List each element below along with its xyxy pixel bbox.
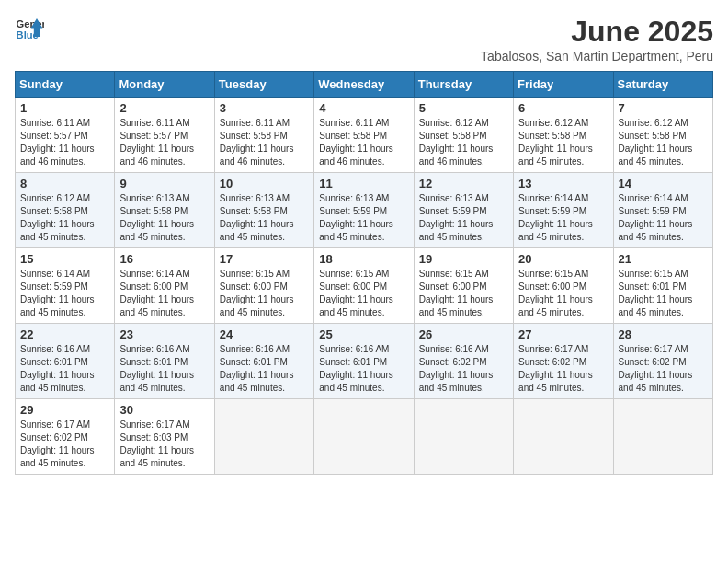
day-info: Sunrise: 6:13 AM Sunset: 5:58 PM Dayligh…	[220, 192, 309, 244]
day-number: 12	[419, 177, 508, 190]
day-info: Sunrise: 6:11 AM Sunset: 5:57 PM Dayligh…	[119, 117, 209, 168]
day-cell: 14Sunrise: 6:14 AM Sunset: 5:59 PM Dayli…	[613, 173, 712, 248]
header-thursday: Thursday	[414, 72, 513, 98]
calendar-title: June 2025	[481, 15, 713, 49]
day-info: Sunrise: 6:16 AM Sunset: 6:01 PM Dayligh…	[20, 343, 109, 395]
day-cell: 27Sunrise: 6:17 AM Sunset: 6:02 PM Dayli…	[514, 324, 613, 399]
day-number: 26	[419, 327, 508, 341]
day-number: 18	[319, 252, 408, 266]
header-row: SundayMondayTuesdayWednesdayThursdayFrid…	[16, 72, 713, 98]
header-sunday: Sunday	[16, 72, 115, 98]
day-info: Sunrise: 6:17 AM Sunset: 6:02 PM Dayligh…	[619, 343, 708, 395]
day-cell: 13Sunrise: 6:14 AM Sunset: 5:59 PM Dayli…	[514, 173, 613, 248]
day-number: 17	[220, 252, 309, 266]
page-header: General Blue June 2025 Tabalosos, San Ma…	[15, 15, 713, 63]
day-cell: 29Sunrise: 6:17 AM Sunset: 6:02 PM Dayli…	[16, 399, 115, 475]
day-number: 14	[619, 177, 708, 190]
day-info: Sunrise: 6:12 AM Sunset: 5:58 PM Dayligh…	[619, 117, 708, 168]
logo: General Blue	[15, 15, 44, 44]
day-number: 20	[518, 252, 608, 266]
day-cell: 7Sunrise: 6:12 AM Sunset: 5:58 PM Daylig…	[613, 98, 712, 173]
day-info: Sunrise: 6:14 AM Sunset: 6:00 PM Dayligh…	[119, 268, 209, 319]
day-number: 23	[119, 327, 209, 341]
day-number: 13	[518, 177, 608, 190]
day-info: Sunrise: 6:12 AM Sunset: 5:58 PM Dayligh…	[20, 192, 109, 244]
header-saturday: Saturday	[613, 72, 712, 98]
day-cell: 12Sunrise: 6:13 AM Sunset: 5:59 PM Dayli…	[414, 173, 513, 248]
week-row-2: 8Sunrise: 6:12 AM Sunset: 5:58 PM Daylig…	[16, 173, 713, 248]
day-cell: 25Sunrise: 6:16 AM Sunset: 6:01 PM Dayli…	[314, 324, 414, 399]
day-number: 21	[619, 252, 708, 266]
day-cell: 20Sunrise: 6:15 AM Sunset: 6:00 PM Dayli…	[514, 248, 613, 324]
day-number: 8	[20, 177, 109, 190]
day-cell	[613, 399, 712, 475]
day-info: Sunrise: 6:12 AM Sunset: 5:58 PM Dayligh…	[518, 117, 608, 168]
day-info: Sunrise: 6:12 AM Sunset: 5:58 PM Dayligh…	[419, 117, 508, 168]
day-cell: 9Sunrise: 6:13 AM Sunset: 5:58 PM Daylig…	[115, 173, 214, 248]
day-info: Sunrise: 6:16 AM Sunset: 6:01 PM Dayligh…	[220, 343, 309, 395]
day-number: 28	[619, 327, 708, 341]
day-number: 16	[119, 252, 209, 266]
day-cell: 6Sunrise: 6:12 AM Sunset: 5:58 PM Daylig…	[514, 98, 613, 173]
day-cell: 8Sunrise: 6:12 AM Sunset: 5:58 PM Daylig…	[16, 173, 115, 248]
day-cell: 23Sunrise: 6:16 AM Sunset: 6:01 PM Dayli…	[115, 324, 214, 399]
calendar-subtitle: Tabalosos, San Martin Department, Peru	[481, 49, 713, 63]
calendar-table: SundayMondayTuesdayWednesdayThursdayFrid…	[15, 71, 713, 475]
day-cell: 15Sunrise: 6:14 AM Sunset: 5:59 PM Dayli…	[16, 248, 115, 324]
header-monday: Monday	[115, 72, 214, 98]
day-number: 3	[220, 101, 309, 115]
day-info: Sunrise: 6:11 AM Sunset: 5:58 PM Dayligh…	[319, 117, 408, 168]
day-number: 1	[20, 101, 109, 115]
day-number: 30	[119, 403, 209, 417]
day-number: 15	[20, 252, 109, 266]
day-info: Sunrise: 6:11 AM Sunset: 5:58 PM Dayligh…	[220, 117, 309, 168]
day-cell: 21Sunrise: 6:15 AM Sunset: 6:01 PM Dayli…	[613, 248, 712, 324]
day-info: Sunrise: 6:14 AM Sunset: 5:59 PM Dayligh…	[518, 192, 608, 244]
day-cell: 1Sunrise: 6:11 AM Sunset: 5:57 PM Daylig…	[16, 98, 115, 173]
day-number: 29	[20, 403, 109, 417]
day-info: Sunrise: 6:15 AM Sunset: 6:00 PM Dayligh…	[419, 268, 508, 319]
day-number: 4	[319, 101, 408, 115]
day-info: Sunrise: 6:13 AM Sunset: 5:59 PM Dayligh…	[419, 192, 508, 244]
day-cell: 2Sunrise: 6:11 AM Sunset: 5:57 PM Daylig…	[115, 98, 214, 173]
day-cell: 11Sunrise: 6:13 AM Sunset: 5:59 PM Dayli…	[314, 173, 414, 248]
day-cell: 26Sunrise: 6:16 AM Sunset: 6:02 PM Dayli…	[414, 324, 513, 399]
day-cell	[514, 399, 613, 475]
day-info: Sunrise: 6:16 AM Sunset: 6:02 PM Dayligh…	[419, 343, 508, 395]
header-tuesday: Tuesday	[214, 72, 313, 98]
day-info: Sunrise: 6:17 AM Sunset: 6:03 PM Dayligh…	[119, 419, 209, 470]
day-info: Sunrise: 6:13 AM Sunset: 5:59 PM Dayligh…	[319, 192, 408, 244]
day-cell: 18Sunrise: 6:15 AM Sunset: 6:00 PM Dayli…	[314, 248, 414, 324]
day-info: Sunrise: 6:15 AM Sunset: 6:01 PM Dayligh…	[619, 268, 708, 319]
logo-icon: General Blue	[15, 15, 44, 44]
day-info: Sunrise: 6:16 AM Sunset: 6:01 PM Dayligh…	[319, 343, 408, 395]
day-cell: 17Sunrise: 6:15 AM Sunset: 6:00 PM Dayli…	[214, 248, 313, 324]
day-info: Sunrise: 6:17 AM Sunset: 6:02 PM Dayligh…	[518, 343, 608, 395]
day-info: Sunrise: 6:15 AM Sunset: 6:00 PM Dayligh…	[518, 268, 608, 319]
day-number: 10	[220, 177, 309, 190]
day-number: 24	[220, 327, 309, 341]
header-friday: Friday	[514, 72, 613, 98]
day-cell	[414, 399, 513, 475]
day-cell: 30Sunrise: 6:17 AM Sunset: 6:03 PM Dayli…	[115, 399, 214, 475]
day-number: 11	[319, 177, 408, 190]
week-row-3: 15Sunrise: 6:14 AM Sunset: 5:59 PM Dayli…	[16, 248, 713, 324]
day-cell	[314, 399, 414, 475]
day-cell: 3Sunrise: 6:11 AM Sunset: 5:58 PM Daylig…	[214, 98, 313, 173]
day-info: Sunrise: 6:14 AM Sunset: 5:59 PM Dayligh…	[20, 268, 109, 319]
day-number: 25	[319, 327, 408, 341]
day-info: Sunrise: 6:17 AM Sunset: 6:02 PM Dayligh…	[20, 419, 109, 470]
day-number: 2	[119, 101, 209, 115]
day-cell	[214, 399, 313, 475]
day-cell: 4Sunrise: 6:11 AM Sunset: 5:58 PM Daylig…	[314, 98, 414, 173]
day-cell: 19Sunrise: 6:15 AM Sunset: 6:00 PM Dayli…	[414, 248, 513, 324]
week-row-5: 29Sunrise: 6:17 AM Sunset: 6:02 PM Dayli…	[16, 399, 713, 475]
day-info: Sunrise: 6:13 AM Sunset: 5:58 PM Dayligh…	[119, 192, 209, 244]
day-cell: 16Sunrise: 6:14 AM Sunset: 6:00 PM Dayli…	[115, 248, 214, 324]
day-cell: 5Sunrise: 6:12 AM Sunset: 5:58 PM Daylig…	[414, 98, 513, 173]
day-number: 22	[20, 327, 109, 341]
day-number: 9	[119, 177, 209, 190]
day-cell: 28Sunrise: 6:17 AM Sunset: 6:02 PM Dayli…	[613, 324, 712, 399]
day-number: 6	[518, 101, 608, 115]
day-cell: 22Sunrise: 6:16 AM Sunset: 6:01 PM Dayli…	[16, 324, 115, 399]
